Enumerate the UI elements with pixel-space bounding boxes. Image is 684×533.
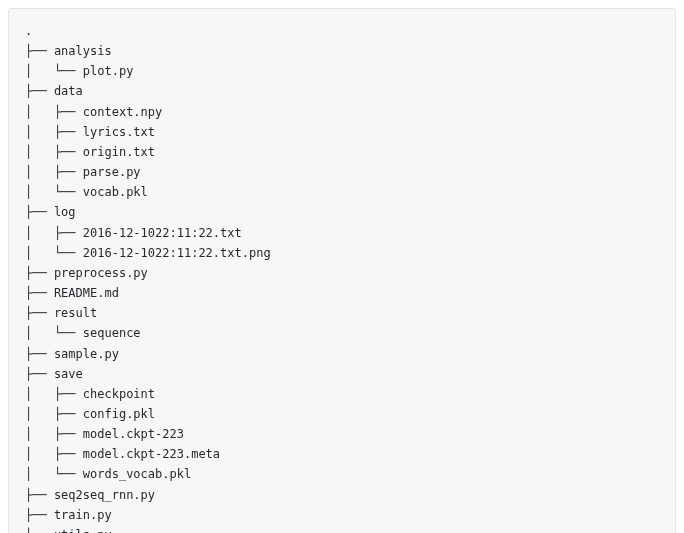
tree-line: │ └── sequence xyxy=(25,323,659,343)
tree-line: ├── result xyxy=(25,303,659,323)
tree-line: │ └── 2016-12-1022:11:22.txt.png xyxy=(25,243,659,263)
tree-line: │ └── plot.py xyxy=(25,61,659,81)
tree-line: │ ├── 2016-12-1022:11:22.txt xyxy=(25,223,659,243)
tree-line: │ ├── context.npy xyxy=(25,102,659,122)
tree-line: ├── README.md xyxy=(25,283,659,303)
tree-line: . xyxy=(25,21,659,41)
tree-line: │ ├── model.ckpt-223 xyxy=(25,424,659,444)
tree-line: │ ├── config.pkl xyxy=(25,404,659,424)
tree-line: ├── data xyxy=(25,81,659,101)
directory-tree-block: .├── analysis│ └── plot.py├── data│ ├── … xyxy=(8,8,676,533)
tree-line: ├── preprocess.py xyxy=(25,263,659,283)
tree-line: ├── sample.py xyxy=(25,344,659,364)
tree-line: ├── save xyxy=(25,364,659,384)
tree-line: │ ├── model.ckpt-223.meta xyxy=(25,444,659,464)
tree-line: │ ├── lyrics.txt xyxy=(25,122,659,142)
tree-line: ├── analysis xyxy=(25,41,659,61)
tree-line: │ ├── origin.txt xyxy=(25,142,659,162)
tree-line: ├── log xyxy=(25,202,659,222)
tree-line: ├── train.py xyxy=(25,505,659,525)
tree-line: └── utils.py xyxy=(25,525,659,533)
tree-line: │ ├── checkpoint xyxy=(25,384,659,404)
tree-line: │ └── words_vocab.pkl xyxy=(25,464,659,484)
tree-line: │ └── vocab.pkl xyxy=(25,182,659,202)
tree-line: ├── seq2seq_rnn.py xyxy=(25,485,659,505)
tree-line: │ ├── parse.py xyxy=(25,162,659,182)
